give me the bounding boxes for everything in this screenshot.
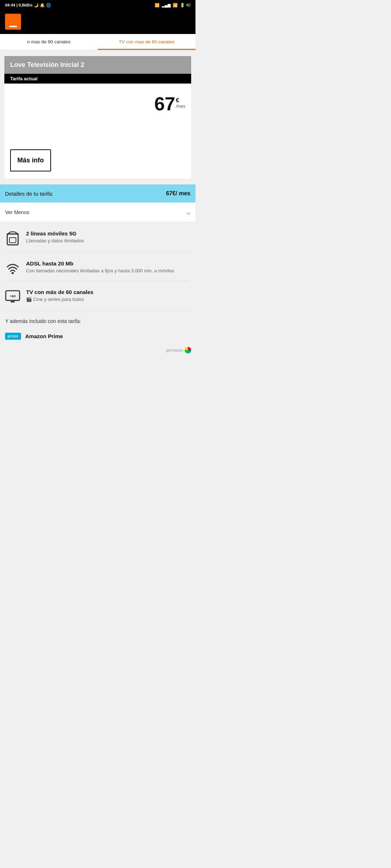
- features-list: 2 líneas móviles 5G Llamadas y datos ili…: [0, 222, 196, 311]
- status-bar: 04:44 | 0,8kB/s 🌙 🔔 🌐 📶 ▂▄▆ 📶 🔋 40: [0, 0, 196, 10]
- feature-item-tv: +60 TV con más de 60 canales 🎬 Cine y se…: [5, 281, 190, 311]
- feature-text-mobile: 2 líneas móviles 5G Llamadas y datos ili…: [26, 230, 84, 243]
- svg-marker-1: [7, 232, 18, 234]
- watermark: gsmspain: [0, 345, 196, 357]
- details-section: Detalles de tu tarifa: 67€/ mes: [0, 184, 196, 203]
- plan-spacer: [4, 120, 191, 149]
- plan-title: Love Televisión Inicial 2: [10, 61, 185, 69]
- svg-rect-2: [9, 238, 16, 243]
- adsl-feature-desc: Con llamadas nacionales ilimitadas a fij…: [26, 268, 174, 273]
- bluetooth-icon: 📶: [155, 3, 160, 8]
- details-label: Detalles de tu tarifa:: [5, 191, 53, 197]
- status-right-icons: 📶 ▂▄▆ 📶 🔋 40: [155, 3, 190, 8]
- sim-icon: [5, 230, 20, 246]
- tab-60-canales[interactable]: TV con mas de 60 canales: [98, 34, 196, 50]
- feature-text-adsl: ADSL hasta 20 Mb Con llamadas nacionales…: [26, 260, 174, 273]
- mobile-feature-title: 2 líneas móviles 5G: [26, 230, 84, 237]
- gsm-ball-icon: [185, 347, 191, 353]
- svg-text:+60: +60: [10, 294, 16, 298]
- ver-menos-row[interactable]: Ver Menos ⌵: [0, 203, 196, 222]
- price-period: /mes: [176, 104, 185, 109]
- header: [0, 10, 196, 34]
- ver-menos-label: Ver Menos: [5, 209, 29, 215]
- mobile-feature-desc: Llamadas y datos ilimitados: [26, 238, 84, 243]
- status-time-network: 04:44 | 0,8kB/s 🌙 🔔 🌐: [5, 3, 51, 8]
- also-included-label: Y además incluido con esta tarifa:: [5, 318, 81, 324]
- logo-bars: [9, 26, 17, 27]
- prime-label: Amazon Prime: [25, 333, 63, 339]
- tv-feature-desc: 🎬 Cine y series para todos: [26, 297, 93, 302]
- svg-rect-6: [10, 301, 14, 302]
- price-section: 67 € /mes: [4, 84, 191, 120]
- feature-text-tv: TV con más de 60 canales 🎬 Cine y series…: [26, 289, 93, 302]
- details-price: 67€/ mes: [166, 190, 190, 197]
- plan-card: Love Televisión Inicial 2 Tarifa actual …: [4, 56, 191, 179]
- chevron-down-icon: ⌵: [186, 208, 190, 216]
- amazon-prime-row: prime Amazon Prime: [0, 328, 196, 345]
- svg-rect-0: [7, 234, 18, 245]
- svg-point-3: [12, 272, 14, 274]
- tab-navigation: n mas de 90 canales TV con mas de 60 can…: [0, 34, 196, 50]
- adsl-feature-title: ADSL hasta 20 Mb: [26, 260, 174, 267]
- feature-item-adsl: ADSL hasta 20 Mb Con llamadas nacionales…: [5, 252, 190, 281]
- plan-header: Love Televisión Inicial 2: [4, 56, 191, 74]
- battery-icon: 🔋 40: [180, 3, 190, 8]
- watermark-logo: gsmspain: [166, 347, 191, 353]
- mas-info-button[interactable]: Más info: [10, 149, 51, 171]
- tv-icon: +60: [5, 289, 20, 304]
- price-currency: €: [176, 97, 185, 104]
- price-amount: 67: [154, 94, 175, 113]
- also-included-section: Y además incluido con esta tarifa:: [0, 311, 196, 328]
- tv-feature-title: TV con más de 60 canales: [26, 289, 93, 295]
- wifi-icon: [5, 260, 20, 274]
- feature-item-mobile: 2 líneas móviles 5G Llamadas y datos ili…: [5, 222, 190, 252]
- wifi-status-icon: 📶: [173, 3, 178, 8]
- orange-logo: [5, 14, 21, 30]
- plan-badge: Tarifa actual: [4, 74, 191, 84]
- price-details: € /mes: [176, 94, 185, 109]
- tab-90-canales[interactable]: n mas de 90 canales: [0, 34, 98, 50]
- prime-badge: prime: [5, 333, 21, 340]
- signal-icon: ▂▄▆: [162, 3, 171, 8]
